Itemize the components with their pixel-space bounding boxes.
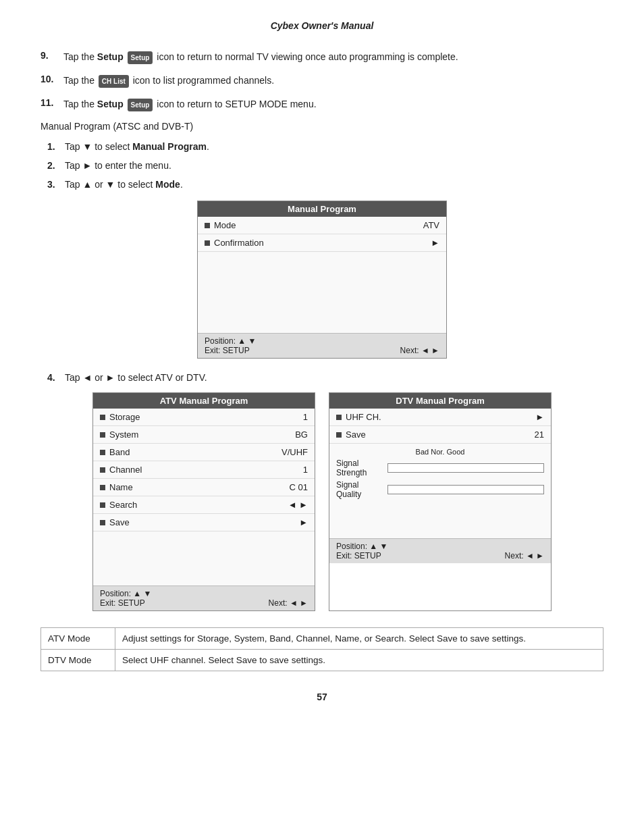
search-label: Search — [109, 500, 137, 510]
dot-storage — [100, 415, 105, 420]
signal-quality-label: Signal Quality — [336, 480, 382, 499]
atv-footer-next: Next: ◄ ► — [269, 598, 308, 608]
step-10-num: 10. — [41, 74, 59, 84]
dtv-footer: Position: ▲ ▼ Exit: SETUP Next: ◄ ► — [329, 538, 551, 563]
step-10: 10. Tap the CH List icon to list program… — [41, 74, 603, 88]
mode-value: ATV — [423, 220, 439, 230]
sub-step-1-text: Tap ▼ to select Manual Program. — [65, 141, 209, 152]
menu-spacer-1 — [198, 252, 446, 333]
sub-step-1-num: 1. — [47, 141, 61, 152]
step-4-text: Tap ◄ or ► to select ATV or DTV. — [65, 372, 207, 383]
save-dtv-value: 21 — [535, 429, 544, 440]
manual-program-body: Mode ATV Confirmation ► — [198, 217, 446, 333]
dtv-footer-pos: Position: ▲ ▼ — [336, 542, 387, 551]
atv-mode-cell: ATV Mode — [41, 628, 115, 650]
atv-footer: Position: ▲ ▼ Exit: SETUP Next: ◄ ► — [93, 585, 315, 610]
step-4: 4. Tap ◄ or ► to select ATV or DTV. — [47, 372, 603, 383]
channel-value: 1 — [303, 465, 308, 475]
band-value: V/UHF — [281, 447, 308, 457]
dot-uhf — [336, 415, 342, 420]
dtv-header: DTV Manual Program — [329, 393, 551, 409]
save-atv-label: Save — [109, 517, 130, 527]
step-9-bold: Setup — [97, 51, 124, 62]
step-9: 9. Tap the Setup Setup icon to return to… — [41, 50, 603, 64]
atv-body: Storage 1 System BG Band V/UHF — [93, 409, 315, 585]
section-title: Manual Program (ATSC and DVB-T) — [41, 121, 603, 132]
sub-step-3: 3. Tap ▲ or ▼ to select Mode. — [47, 179, 603, 190]
footer-next-text: Next: ◄ ► — [400, 346, 439, 355]
search-value: ◄ ► — [288, 500, 308, 510]
signal-quality-row: Signal Quality — [336, 480, 544, 499]
manual-program-menu-container: Manual Program Mode ATV Confirmation ► P… — [41, 201, 603, 359]
save-atv-value: ► — [299, 517, 308, 527]
setup-icon-2: Setup — [128, 99, 153, 111]
atv-row-band: Band V/UHF — [93, 444, 315, 461]
dot-system — [100, 432, 105, 438]
confirmation-label-text: Confirmation — [214, 238, 264, 248]
step-9-num: 9. — [41, 50, 59, 61]
dot-save-dtv — [336, 432, 342, 438]
name-label: Name — [109, 482, 133, 492]
signal-area: Bad Nor. Good Signal Strength Signal Qua… — [329, 444, 551, 504]
name-value: C 01 — [290, 482, 308, 492]
step-11: 11. Tap the Setup Setup icon to return t… — [41, 97, 603, 111]
uhf-label: UHF CH. — [346, 412, 381, 422]
dot-mode — [205, 223, 210, 228]
dot-search — [100, 502, 105, 508]
menu-row-mode-label: Mode — [205, 220, 236, 230]
step-11-bold: Setup — [97, 99, 124, 109]
signal-strength-label: Signal Strength — [336, 459, 382, 477]
manual-program-header: Manual Program — [198, 201, 446, 217]
dot-name — [100, 485, 105, 490]
atv-row-save: Save ► — [93, 514, 315, 531]
dot-channel — [100, 467, 105, 473]
dot-band — [100, 450, 105, 455]
menu-row-mode: Mode ATV — [198, 217, 446, 234]
footer-pos-text: Position: ▲ ▼ — [205, 336, 256, 346]
sub-step-3-text: Tap ▲ or ▼ to select Mode. — [65, 179, 183, 190]
page-title: Cybex Owner's Manual — [41, 20, 603, 31]
step-11-text: Tap the Setup Setup icon to return to SE… — [63, 97, 603, 111]
sub-step-2: 2. Tap ► to enter the menu. — [47, 160, 603, 171]
confirmation-value: ► — [431, 238, 439, 248]
dtv-desc-cell: Select UHF channel. Select Save to save … — [115, 650, 603, 671]
mode-label-text: Mode — [214, 220, 236, 230]
chlist-icon: CH List — [99, 75, 129, 88]
page-number: 57 — [41, 692, 603, 702]
dtv-row-uhf: UHF CH. ► — [329, 409, 551, 426]
dot-confirmation — [205, 240, 210, 246]
dtv-body: UHF CH. ► Save 21 Bad Nor. Good Signal S… — [329, 409, 551, 538]
dtv-manual-program-menu: DTV Manual Program UHF CH. ► Save 21 Bad… — [329, 392, 552, 611]
info-row-dtv: DTV Mode Select UHF channel. Select Save… — [41, 650, 603, 671]
sub-step-2-text: Tap ► to enter the menu. — [65, 160, 171, 171]
save-dtv-label: Save — [346, 429, 366, 440]
dtv-footer-pos-row: Position: ▲ ▼ — [336, 542, 544, 551]
step-9-text: Tap the Setup Setup icon to return to no… — [63, 50, 603, 64]
atv-row-channel: Channel 1 — [93, 461, 315, 479]
sub-step-1: 1. Tap ▼ to select Manual Program. — [47, 141, 603, 152]
dtv-footer-exit-row: Exit: SETUP Next: ◄ ► — [336, 551, 544, 561]
dtv-mode-cell: DTV Mode — [41, 650, 115, 671]
signal-strength-row: Signal Strength — [336, 459, 544, 477]
info-table: ATV Mode Adjust settings for Storage, Sy… — [41, 627, 603, 671]
dtv-row-save: Save 21 — [329, 426, 551, 444]
footer-exit-text: Exit: SETUP — [205, 346, 250, 355]
footer-row-pos: Position: ▲ ▼ — [205, 336, 439, 346]
storage-label: Storage — [109, 412, 140, 422]
atv-row-name: Name C 01 — [93, 479, 315, 496]
atv-row-search: Search ◄ ► — [93, 496, 315, 514]
signal-strength-bar — [387, 463, 544, 473]
band-label: Band — [109, 447, 130, 457]
atv-footer-exit-row: Exit: SETUP Next: ◄ ► — [100, 598, 308, 608]
footer-row-exit: Exit: SETUP Next: ◄ ► — [205, 346, 439, 355]
atv-footer-exit: Exit: SETUP — [100, 598, 145, 608]
dtv-spacer — [329, 504, 551, 538]
atv-desc-cell: Adjust settings for Storage, System, Ban… — [115, 628, 603, 650]
uhf-value: ► — [535, 412, 544, 422]
step-4-num: 4. — [47, 372, 61, 383]
setup-icon-1: Setup — [128, 51, 153, 64]
dot-save-atv — [100, 520, 105, 525]
sub-step-3-num: 3. — [47, 179, 61, 190]
storage-value: 1 — [303, 412, 308, 422]
system-value: BG — [295, 429, 308, 440]
